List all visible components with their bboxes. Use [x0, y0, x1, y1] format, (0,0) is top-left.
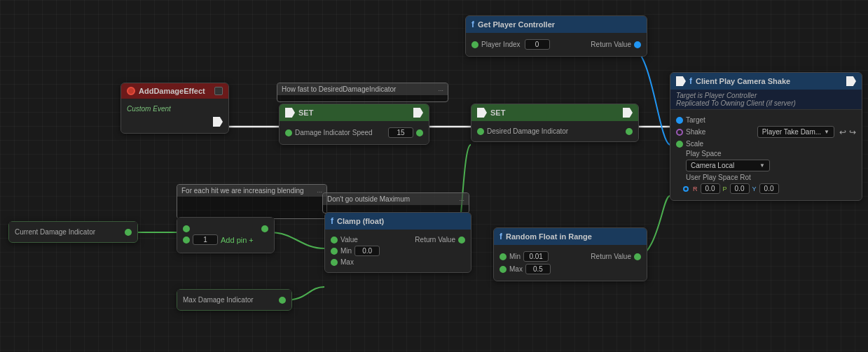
get-pc-title: Get Player Controller	[478, 20, 555, 29]
random-float-max-pin	[500, 266, 507, 273]
client-play-scale-pin	[676, 141, 683, 148]
clamp-return-label: Return Value	[415, 236, 455, 244]
client-play-title: Client Play Camera Shake	[696, 77, 790, 85]
clamp-max-pin	[331, 259, 338, 266]
client-play-rot-value-row: R 0.0 P 0.0 Y 0.0	[683, 183, 856, 194]
shake-arrow-fwd: ↪	[849, 127, 856, 137]
custom-event-title: AddDamageEffect	[139, 87, 205, 95]
custom-event-exec-out	[213, 117, 223, 127]
client-play-target-label: Target	[686, 116, 705, 124]
rot-p-value: 0.0	[730, 183, 750, 194]
get-player-controller-node: f Get Player Controller Player Index 0 R…	[465, 15, 647, 57]
get-pc-return-label: Return Value	[591, 41, 631, 48]
max-damage-row: Max Damage Indicator	[183, 296, 286, 304]
addition-node: 1 Add pin +	[177, 217, 275, 253]
clamp-min-value: 0.0	[354, 246, 380, 256]
clamp-node: f Clamp (float) Value Return Value Min 0…	[324, 212, 471, 273]
random-float-max-row: Max 0.5	[500, 264, 641, 274]
comment-for-each-text: For each hit we are increasing blending …	[177, 185, 326, 197]
clamp-body: Value Return Value Min 0.0 Max	[325, 230, 471, 272]
custom-event-subtitle: Custom Event	[127, 105, 171, 113]
clamp-func-icon: f	[331, 216, 333, 226]
set1-exec-in	[285, 108, 295, 118]
client-play-rot-label-row: User Play Space Rot	[676, 174, 856, 181]
add-pin-label[interactable]: Add pin +	[221, 236, 254, 244]
clamp-value-pin	[331, 237, 338, 244]
clamp-max-row: Max	[331, 258, 465, 266]
play-space-dropdown[interactable]: Camera Local ▼	[686, 160, 770, 171]
random-float-title: Random Float in Range	[506, 232, 592, 241]
random-float-body: Min 0.01 Return Value Max 0.5	[494, 245, 647, 281]
set2-input-pin	[477, 128, 484, 135]
current-damage-row: Current Damage Indicator	[15, 228, 132, 236]
set2-node: SET Desired Damage Indicator	[471, 104, 639, 142]
random-float-return-label: Return Value	[591, 253, 631, 260]
clamp-value-label: Value	[340, 236, 358, 244]
shake-value: Player Take Dam...	[762, 128, 821, 136]
client-play-subtitle: Target is Player Controller Replicated T…	[670, 90, 862, 110]
set1-title: SET	[298, 108, 313, 117]
max-damage-body: Max Damage Indicator	[177, 290, 291, 310]
comment-dont-go: Don't go outside Maximum ...	[322, 192, 469, 213]
addition-in1	[183, 225, 190, 232]
random-float-header: f Random Float in Range	[494, 228, 647, 245]
comment3-collapse: ...	[459, 195, 464, 202]
custom-event-node: AddDamageEffect Custom Event	[120, 83, 229, 134]
client-play-exec-in	[676, 76, 686, 86]
rot-p-label: P	[723, 185, 727, 192]
client-play-target-pin	[676, 117, 683, 124]
client-play-playspace-label: Play Space	[686, 150, 722, 157]
set1-value: 15	[388, 127, 413, 138]
addition-in2	[183, 237, 190, 244]
addition-body: 1 Add pin +	[177, 218, 274, 253]
set2-exec-in	[477, 108, 487, 118]
set1-label: Damage Indicator Speed	[295, 129, 373, 136]
shake-dropdown[interactable]: Player Take Dam... ▼	[757, 126, 834, 138]
set2-pin-row: Desired Damage Indicator	[477, 127, 633, 135]
current-damage-node: Current Damage Indicator	[8, 221, 138, 243]
client-play-func-icon: f	[689, 76, 692, 86]
comment-how-fast-text: How fast to DesiredDamageIndicator ...	[277, 83, 448, 95]
play-space-value: Camera Local	[691, 162, 734, 169]
event-badge	[214, 87, 223, 95]
set1-node: SET Damage Indicator Speed 15	[279, 104, 429, 145]
comment2-collapse: ...	[317, 187, 322, 194]
clamp-return-pin	[458, 237, 465, 244]
client-play-playspace-value-row: Camera Local ▼	[686, 160, 856, 171]
get-pc-body: Player Index 0 Return Value	[466, 33, 647, 56]
custom-event-body: Custom Event	[121, 99, 228, 133]
addition-out	[261, 225, 268, 232]
addition-row1	[183, 225, 268, 232]
client-play-exec-out	[846, 76, 856, 86]
random-float-min-row: Min 0.01 Return Value	[500, 251, 641, 262]
client-play-body: Target Shake Player Take Dam... ▼ ↩ ↪ Sc…	[670, 110, 862, 200]
client-play-sub2: Replicated To Owning Client (if server)	[676, 99, 856, 107]
rot-r-label: R	[693, 185, 698, 192]
custom-event-header: AddDamageEffect	[121, 83, 228, 99]
addition-row2: 1 Add pin +	[183, 234, 268, 245]
current-damage-body: Current Damage Indicator	[9, 222, 137, 242]
client-play-shake-label: Shake	[686, 128, 705, 136]
get-pc-header: f Get Player Controller	[466, 16, 647, 33]
random-float-return-pin	[634, 253, 641, 260]
clamp-max-label: Max	[340, 258, 354, 266]
custom-event-exec-row	[127, 117, 223, 127]
client-play-header: f Client Play Camera Shake	[670, 73, 862, 90]
play-space-chevron: ▼	[759, 162, 765, 169]
comment-how-fast: How fast to DesiredDamageIndicator ...	[277, 83, 448, 102]
get-pc-index-label: Player Index	[481, 41, 521, 48]
shake-arrow-back: ↩	[839, 127, 846, 137]
event-icon	[127, 87, 135, 95]
set2-title: SET	[490, 108, 505, 117]
set2-label: Desired Damage Indicator	[487, 127, 568, 135]
func-icon: f	[471, 20, 474, 29]
random-float-min-label: Min	[509, 253, 521, 260]
client-play-playspace-row: Play Space	[676, 150, 856, 157]
set1-body: Damage Indicator Speed 15	[280, 121, 429, 144]
random-float-min-pin	[500, 253, 507, 260]
comment-dont-go-text: Don't go outside Maximum ...	[323, 193, 469, 205]
client-play-shake-row: Shake Player Take Dam... ▼ ↩ ↪	[676, 126, 856, 138]
client-play-rot-pin	[683, 186, 689, 192]
random-float-min-value: 0.01	[523, 251, 549, 262]
max-damage-node: Max Damage Indicator	[177, 289, 292, 311]
